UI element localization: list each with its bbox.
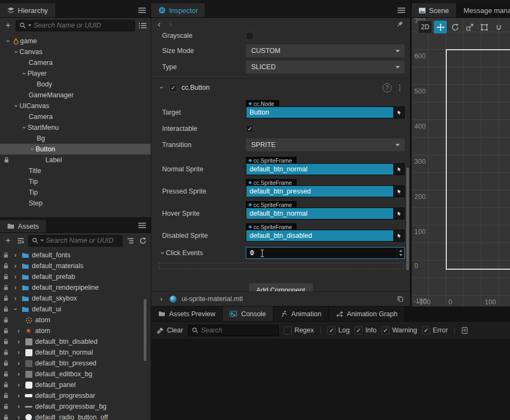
tree-node-step[interactable]: Step: [0, 198, 151, 209]
tree-node-player[interactable]: Player: [0, 68, 151, 79]
collapse-all-icon[interactable]: [16, 235, 25, 246]
target-node-field[interactable]: Button: [246, 107, 393, 118]
tab-scene[interactable]: Scene: [412, 3, 456, 17]
log-filter[interactable]: Log: [327, 326, 350, 335]
lock-icon[interactable]: [4, 157, 9, 165]
chevron-right-icon[interactable]: [12, 251, 19, 259]
tree-view-icon[interactable]: [125, 235, 135, 246]
tree-node-title[interactable]: Title: [0, 165, 151, 176]
tree-node-uicanvas[interactable]: UICanvas: [0, 101, 151, 111]
error-filter[interactable]: Error: [422, 326, 448, 335]
clear-button[interactable]: Clear: [157, 326, 183, 334]
button-component-header[interactable]: cc.Button ? ⋮: [151, 78, 410, 96]
console-search-input[interactable]: Search: [188, 325, 279, 336]
number-spinner[interactable]: [397, 248, 404, 258]
tree-node-camera-2[interactable]: Camera: [0, 111, 151, 122]
assets-search-input[interactable]: Search Name or UUID: [28, 235, 123, 246]
kebab-menu-icon[interactable]: ⋮: [396, 83, 404, 92]
chevron-right-icon[interactable]: [15, 359, 22, 367]
tab-console[interactable]: Console: [223, 306, 273, 321]
chevron-right-icon[interactable]: [15, 392, 22, 399]
sprite-picker-button[interactable]: [394, 208, 404, 219]
tree-node-body[interactable]: Body: [0, 79, 151, 90]
tab-message-manager[interactable]: Message mana: [456, 3, 510, 17]
log-file-icon[interactable]: [461, 327, 468, 334]
ui-transform-tool-button[interactable]: ∪: [492, 21, 505, 34]
warning-filter[interactable]: Warning: [381, 326, 417, 335]
assets-menu-icon[interactable]: [133, 218, 151, 232]
asset-row-progressbar[interactable]: default_progressbar: [0, 390, 151, 401]
create-node-button[interactable]: +: [3, 20, 13, 31]
move-tool-button[interactable]: [434, 21, 447, 34]
tree-node-tip[interactable]: Tip: [0, 176, 151, 187]
event-drop-zone[interactable]: [159, 263, 404, 269]
chevron-right-icon[interactable]: [15, 370, 22, 378]
chevron-right-icon[interactable]: [15, 349, 22, 356]
chevron-right-icon[interactable]: [15, 327, 22, 335]
error-checkbox[interactable]: [422, 326, 430, 335]
info-checkbox[interactable]: [354, 326, 363, 335]
chevron-down-icon[interactable]: [29, 145, 36, 153]
tree-node-game[interactable]: game: [0, 36, 151, 46]
search-filter-caret-icon[interactable]: [28, 24, 31, 26]
chevron-down-icon[interactable]: [4, 37, 11, 45]
chevron-right-icon[interactable]: [158, 295, 165, 303]
chevron-down-icon[interactable]: [12, 305, 19, 313]
component-enabled-checkbox[interactable]: [169, 84, 177, 92]
chevron-right-icon[interactable]: [12, 295, 19, 302]
pressed-sprite-field[interactable]: default_btn_pressed: [246, 186, 393, 197]
chevron-down-icon[interactable]: [21, 70, 28, 77]
hierarchy-search-input[interactable]: Search Name or UUID: [16, 20, 135, 31]
inspector-scrollbar[interactable]: [406, 168, 409, 270]
assets-scrollbar[interactable]: [144, 299, 146, 361]
tab-assets[interactable]: Assets: [0, 220, 46, 232]
interactable-checkbox[interactable]: [246, 125, 254, 133]
mode-2d-button[interactable]: 2D: [418, 21, 432, 34]
tab-animation[interactable]: Animation: [273, 306, 329, 321]
asset-row-editbox-bg[interactable]: default_editbox_bg: [0, 369, 151, 379]
search-filter-caret-icon[interactable]: [41, 239, 44, 242]
pin-icon[interactable]: [397, 21, 404, 28]
tree-node-tip-2[interactable]: Tip: [0, 187, 151, 198]
asset-row-default-renderpipeline[interactable]: default_renderpipeline: [0, 282, 151, 293]
asset-row-progressbar-bg[interactable]: default_progressbar_bg: [0, 401, 151, 412]
console-log-area[interactable]: [151, 339, 510, 420]
nav-back-icon[interactable]: ‹: [158, 21, 160, 28]
chevron-down-icon[interactable]: [158, 84, 165, 91]
regex-checkbox[interactable]: [284, 326, 292, 335]
chevron-down-icon[interactable]: [12, 102, 19, 110]
tree-node-button-selected[interactable]: Button: [0, 144, 151, 155]
node-picker-button[interactable]: [394, 107, 404, 118]
tab-animation-graph[interactable]: Animation Graph: [329, 306, 405, 321]
asset-row-default-materials[interactable]: default_materials: [0, 261, 151, 271]
info-filter[interactable]: Info: [354, 326, 377, 335]
normal-sprite-field[interactable]: default_btn_normal: [246, 164, 393, 175]
log-checkbox[interactable]: [327, 326, 335, 335]
asset-row-default-prefab[interactable]: default_prefab: [0, 271, 151, 282]
disabled-sprite-field[interactable]: default_btn_disabled: [246, 230, 393, 241]
scene-viewport[interactable]: 700 600 500 400 300 200 100 0 -100 -100 …: [412, 18, 510, 306]
refresh-icon[interactable]: [138, 235, 147, 246]
tree-node-camera[interactable]: Camera: [0, 57, 151, 68]
asset-row-atom-sprite[interactable]: atom: [0, 325, 151, 336]
create-asset-button[interactable]: +: [3, 235, 13, 246]
chevron-right-icon[interactable]: [12, 284, 19, 291]
asset-row-radio-button-off[interactable]: default_radio_button_off: [0, 412, 151, 420]
inspector-menu-icon[interactable]: [393, 3, 410, 17]
asset-row-btn-disabled[interactable]: default_btn_disabled: [0, 336, 151, 347]
asset-row-panel[interactable]: default_panel: [0, 379, 151, 390]
tree-node-bg[interactable]: Bg: [0, 133, 151, 144]
asset-row-default-fonts[interactable]: default_fonts: [0, 250, 151, 261]
tree-node-startmenu[interactable]: StartMenu: [0, 122, 151, 133]
asset-row-btn-pressed[interactable]: default_btn_pressed: [0, 358, 151, 369]
sprite-picker-button[interactable]: [394, 230, 404, 241]
chevron-right-icon[interactable]: [15, 403, 22, 410]
chevron-right-icon[interactable]: [15, 414, 22, 420]
tree-node-canvas[interactable]: Canvas: [0, 46, 151, 57]
sprite-picker-button[interactable]: [394, 164, 404, 175]
chevron-right-icon[interactable]: [15, 338, 22, 345]
sprite-picker-button[interactable]: [394, 186, 404, 197]
hierarchy-menu-icon[interactable]: [133, 3, 151, 17]
hierarchy-list-filter-icon[interactable]: [138, 20, 147, 31]
tab-assets-preview[interactable]: Assets Preview: [151, 306, 223, 321]
